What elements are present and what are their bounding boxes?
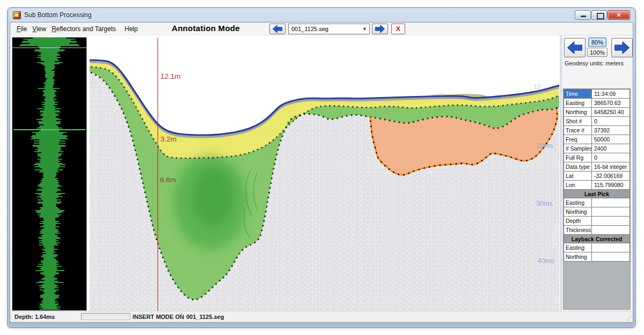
maximize-button[interactable] bbox=[591, 10, 607, 20]
signal-trace-waveform bbox=[12, 38, 86, 310]
insert-mode-indicator: INSERT MODE ON bbox=[133, 314, 184, 320]
grid-value: 2400 bbox=[592, 144, 630, 153]
grid-label: Depth bbox=[564, 217, 592, 225]
grid-section-last-pick: Last Pick bbox=[564, 190, 630, 198]
depth-annotation: 3.2m bbox=[160, 135, 177, 143]
grid-value bbox=[592, 207, 630, 216]
grid-row-full-rg[interactable]: Full Rg0 bbox=[564, 153, 630, 162]
statusbar: Depth: 1.64ms INSERT MODE ON 001_1125.se… bbox=[10, 311, 633, 322]
grid-row-shot-[interactable]: Shot #0 bbox=[564, 117, 630, 126]
grid-value bbox=[592, 243, 630, 252]
grid-label: Northing bbox=[564, 207, 592, 216]
menubar: FileViewReflectors and TargetsHelp Annot… bbox=[10, 23, 633, 35]
grid-label: Lat bbox=[564, 172, 592, 180]
grid-value: 50000 bbox=[592, 135, 630, 144]
arrow-left-icon bbox=[567, 41, 583, 54]
file-select-dropdown[interactable]: 001_1125.seg ▼ bbox=[288, 24, 370, 34]
time-scale-label: 40ms bbox=[538, 257, 554, 265]
minimize-button[interactable] bbox=[575, 10, 591, 20]
arrow-right-icon bbox=[374, 25, 386, 33]
depth-readout: Depth: 1.64ms bbox=[14, 314, 55, 320]
grid-label: Easting bbox=[564, 198, 592, 207]
next-file-button[interactable] bbox=[372, 24, 388, 34]
grid-value: 37392 bbox=[592, 126, 630, 135]
pan-right-button[interactable] bbox=[611, 38, 633, 57]
grid-value: 11:34:09 bbox=[592, 90, 630, 98]
grid-row-time[interactable]: Time11:34:09 bbox=[564, 90, 630, 99]
info-panel: 80% 100% Geodesy units: meters Time11:34… bbox=[563, 35, 633, 311]
trace-info-grid: Time11:34:09Easting386570.63Northing6458… bbox=[563, 88, 631, 310]
window-title: Sub Bottom Processing bbox=[24, 11, 91, 19]
grid-row-depth[interactable]: Depth bbox=[564, 217, 630, 226]
chevron-down-icon: ▼ bbox=[362, 26, 367, 32]
trace-info-rows: Time11:34:09Easting386570.63Northing6458… bbox=[564, 89, 630, 262]
grid-row-trace-[interactable]: Trace #37392 bbox=[564, 126, 630, 135]
pan-left-button[interactable] bbox=[564, 38, 586, 57]
geodesy-units-label: Geodesy units: meters bbox=[565, 60, 624, 66]
status-separator bbox=[181, 312, 182, 321]
close-file-button[interactable]: X bbox=[391, 24, 405, 34]
status-progress-box bbox=[81, 313, 130, 320]
window-controls bbox=[574, 10, 630, 20]
signal-trace-panel[interactable] bbox=[12, 37, 87, 311]
grid-row-easting[interactable]: Easting bbox=[564, 243, 630, 252]
zoom-80-button[interactable]: 80% bbox=[588, 38, 606, 47]
grid-row-easting[interactable]: Easting bbox=[564, 198, 630, 207]
grid-value bbox=[592, 226, 630, 234]
grid-label: Time bbox=[564, 90, 592, 98]
grid-section-layback-corrected: Layback Corrected bbox=[564, 235, 630, 243]
grid-value: -32.006169 bbox=[592, 172, 630, 180]
previous-file-button[interactable] bbox=[269, 24, 286, 34]
menu-items: FileViewReflectors and TargetsHelp bbox=[17, 23, 143, 35]
grid-value: 0 bbox=[592, 153, 630, 162]
grid-label: # Samples bbox=[564, 144, 592, 153]
annotation-mode-indicator: Annotation Mode bbox=[172, 24, 240, 33]
depth-annotation: 8.6m bbox=[160, 176, 176, 184]
grid-label: Lon bbox=[564, 181, 592, 189]
acoustic-trace bbox=[19, 38, 80, 309]
grid-label: Northing bbox=[564, 108, 592, 116]
zoom-100-button[interactable]: 100% bbox=[587, 48, 608, 57]
menu-item-view[interactable]: View bbox=[32, 24, 46, 34]
grid-value: 115.799080 bbox=[592, 181, 630, 189]
menu-item-reflectors-and-targets[interactable]: Reflectors and Targets bbox=[52, 24, 116, 34]
grid-label: Easting bbox=[564, 99, 592, 107]
subbottom-profile-image: 12.1m3.2m8.6m1020ms30ms40ms bbox=[90, 36, 559, 312]
menu-item-file[interactable]: File bbox=[17, 24, 27, 34]
depth-annotation: 12.1m bbox=[160, 72, 181, 80]
main-area: 12.1m3.2m8.6m1020ms30ms40ms 80% 100% Geo… bbox=[10, 35, 633, 311]
grid-value bbox=[592, 198, 630, 207]
time-scale-label: 20ms bbox=[537, 142, 553, 150]
grid-label: Easting bbox=[564, 243, 592, 252]
close-button[interactable] bbox=[608, 10, 630, 20]
grid-label: Northing bbox=[564, 252, 592, 261]
grid-row--samples[interactable]: # Samples2400 bbox=[564, 144, 630, 153]
file-select-value: 001_1125.seg bbox=[291, 26, 328, 32]
client-area: FileViewReflectors and TargetsHelp Annot… bbox=[10, 22, 633, 323]
arrow-left-icon bbox=[272, 25, 283, 33]
grid-row-lon[interactable]: Lon115.799080 bbox=[564, 181, 630, 190]
grid-row-lat[interactable]: Lat-32.006169 bbox=[564, 172, 630, 181]
time-scale-label: 30ms bbox=[536, 200, 553, 207]
grid-label: Thickness bbox=[564, 226, 592, 234]
menu-item-help[interactable]: Help bbox=[125, 24, 138, 34]
grid-row-thickness[interactable]: Thickness bbox=[564, 226, 630, 235]
app-icon bbox=[13, 11, 21, 19]
grid-row-northing[interactable]: Northing bbox=[564, 207, 630, 217]
grid-label: Data type bbox=[564, 162, 592, 171]
grid-row-northing[interactable]: Northing bbox=[564, 252, 630, 262]
grid-row-data-type[interactable]: Data type16-bit integer bbox=[564, 162, 630, 172]
grid-row-freq[interactable]: Freq50000 bbox=[564, 135, 630, 144]
grid-row-northing[interactable]: Northing6458250.40 bbox=[564, 108, 630, 117]
grid-label: Full Rg bbox=[564, 153, 592, 162]
subbottom-profile-view[interactable]: 12.1m3.2m8.6m1020ms30ms40ms bbox=[90, 36, 559, 312]
grid-value: 0 bbox=[592, 117, 630, 125]
titlebar[interactable]: Sub Bottom Processing bbox=[8, 8, 635, 22]
panel-splitter[interactable] bbox=[560, 35, 562, 311]
arrow-right-icon bbox=[614, 41, 630, 54]
resize-grip-icon[interactable]: ⋰ bbox=[626, 315, 632, 321]
grid-label: Shot # bbox=[564, 117, 592, 125]
time-scale-label: 10 bbox=[533, 83, 541, 91]
grid-row-easting[interactable]: Easting386570.63 bbox=[564, 99, 630, 108]
grid-value: 6458250.40 bbox=[592, 108, 630, 116]
